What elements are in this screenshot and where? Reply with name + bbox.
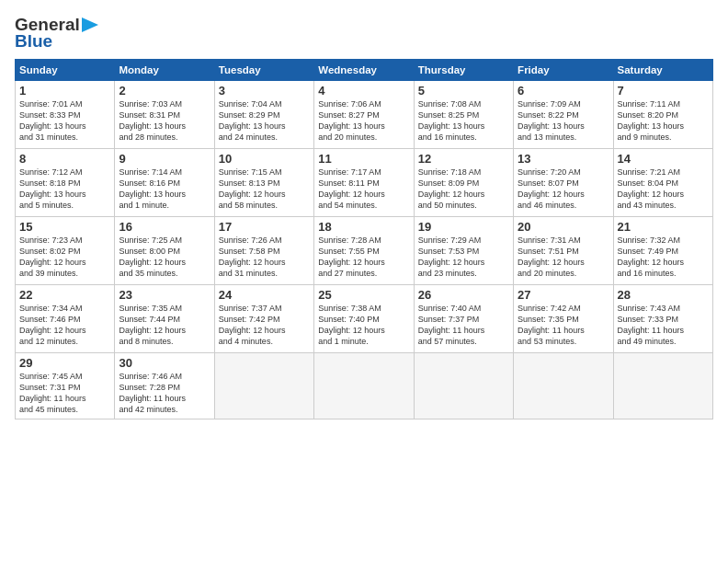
day-number: 14 [618, 152, 709, 166]
day-number: 1 [19, 84, 110, 98]
day-info: Sunrise: 7:38 AM Sunset: 7:40 PM Dayligh… [318, 303, 409, 348]
logo-blue: Blue [15, 31, 52, 52]
day-number: 20 [518, 220, 609, 234]
calendar-cell: 23Sunrise: 7:35 AM Sunset: 7:44 PM Dayli… [115, 285, 214, 353]
day-info: Sunrise: 7:23 AM Sunset: 8:02 PM Dayligh… [19, 235, 110, 280]
header-saturday: Saturday [613, 60, 712, 81]
day-info: Sunrise: 7:31 AM Sunset: 7:51 PM Dayligh… [518, 235, 609, 280]
calendar-cell: 10Sunrise: 7:15 AM Sunset: 8:13 PM Dayli… [214, 149, 313, 217]
day-number: 17 [219, 220, 310, 234]
calendar-cell: 2Sunrise: 7:03 AM Sunset: 8:31 PM Daylig… [115, 81, 214, 149]
day-info: Sunrise: 7:09 AM Sunset: 8:22 PM Dayligh… [518, 98, 609, 144]
calendar-cell: 20Sunrise: 7:31 AM Sunset: 7:51 PM Dayli… [514, 217, 613, 285]
calendar-cell: 6Sunrise: 7:09 AM Sunset: 8:22 PM Daylig… [514, 81, 613, 149]
calendar-cell: 21Sunrise: 7:32 AM Sunset: 7:49 PM Dayli… [613, 217, 712, 285]
day-number: 4 [318, 84, 409, 98]
day-info: Sunrise: 7:18 AM Sunset: 8:09 PM Dayligh… [418, 167, 509, 212]
day-number: 26 [418, 288, 509, 302]
day-info: Sunrise: 7:08 AM Sunset: 8:25 PM Dayligh… [418, 98, 509, 144]
header-tuesday: Tuesday [214, 60, 313, 81]
header-monday: Monday [115, 60, 214, 81]
day-info: Sunrise: 7:21 AM Sunset: 8:04 PM Dayligh… [618, 167, 709, 212]
day-number: 29 [19, 356, 110, 370]
day-info: Sunrise: 7:25 AM Sunset: 8:00 PM Dayligh… [119, 235, 210, 280]
week-row-0: 1Sunrise: 7:01 AM Sunset: 8:33 PM Daylig… [16, 81, 713, 149]
header-wednesday: Wednesday [314, 60, 414, 81]
day-number: 5 [418, 84, 509, 98]
day-number: 25 [318, 288, 409, 302]
day-number: 9 [119, 152, 210, 166]
calendar-cell: 27Sunrise: 7:42 AM Sunset: 7:35 PM Dayli… [514, 285, 613, 353]
calendar-cell: 28Sunrise: 7:43 AM Sunset: 7:33 PM Dayli… [613, 285, 712, 353]
day-info: Sunrise: 7:46 AM Sunset: 7:28 PM Dayligh… [119, 371, 210, 416]
header-thursday: Thursday [414, 60, 513, 81]
day-info: Sunrise: 7:12 AM Sunset: 8:18 PM Dayligh… [19, 167, 110, 212]
day-number: 16 [119, 220, 210, 234]
day-number: 27 [518, 288, 609, 302]
day-info: Sunrise: 7:11 AM Sunset: 8:20 PM Dayligh… [618, 98, 709, 144]
day-number: 2 [119, 84, 210, 98]
day-number: 6 [518, 84, 609, 98]
day-number: 24 [219, 288, 310, 302]
calendar-cell: 14Sunrise: 7:21 AM Sunset: 8:04 PM Dayli… [613, 149, 712, 217]
day-number: 12 [418, 152, 509, 166]
day-info: Sunrise: 7:42 AM Sunset: 7:35 PM Dayligh… [518, 303, 609, 348]
calendar-cell: 24Sunrise: 7:37 AM Sunset: 7:42 PM Dayli… [214, 285, 313, 353]
calendar-cell [314, 353, 414, 419]
day-number: 18 [318, 220, 409, 234]
header-sunday: Sunday [16, 60, 115, 81]
page: General Blue SundayMondayTuesdayWednesda… [0, 0, 728, 563]
day-info: Sunrise: 7:06 AM Sunset: 8:27 PM Dayligh… [318, 98, 409, 144]
day-info: Sunrise: 7:03 AM Sunset: 8:31 PM Dayligh… [119, 98, 210, 144]
day-number: 10 [219, 152, 310, 166]
calendar-table: SundayMondayTuesdayWednesdayThursdayFrid… [15, 59, 713, 419]
day-info: Sunrise: 7:45 AM Sunset: 7:31 PM Dayligh… [19, 371, 110, 416]
header-row: SundayMondayTuesdayWednesdayThursdayFrid… [16, 60, 713, 81]
calendar-cell: 9Sunrise: 7:14 AM Sunset: 8:16 PM Daylig… [115, 149, 214, 217]
calendar-cell [414, 353, 513, 419]
day-info: Sunrise: 7:28 AM Sunset: 7:55 PM Dayligh… [318, 235, 409, 280]
calendar-cell: 29Sunrise: 7:45 AM Sunset: 7:31 PM Dayli… [16, 353, 115, 419]
day-number: 28 [618, 288, 709, 302]
calendar-cell [613, 353, 712, 419]
logo: General Blue [15, 15, 98, 52]
day-info: Sunrise: 7:35 AM Sunset: 7:44 PM Dayligh… [119, 303, 210, 348]
calendar-cell: 8Sunrise: 7:12 AM Sunset: 8:18 PM Daylig… [16, 149, 115, 217]
calendar-cell: 16Sunrise: 7:25 AM Sunset: 8:00 PM Dayli… [115, 217, 214, 285]
day-info: Sunrise: 7:37 AM Sunset: 7:42 PM Dayligh… [219, 303, 310, 348]
day-number: 23 [119, 288, 210, 302]
day-info: Sunrise: 7:26 AM Sunset: 7:58 PM Dayligh… [219, 235, 310, 280]
calendar-cell: 1Sunrise: 7:01 AM Sunset: 8:33 PM Daylig… [16, 81, 115, 149]
day-info: Sunrise: 7:29 AM Sunset: 7:53 PM Dayligh… [418, 235, 509, 280]
day-info: Sunrise: 7:34 AM Sunset: 7:46 PM Dayligh… [19, 303, 110, 348]
logo-arrow-icon [82, 17, 98, 32]
calendar-cell: 15Sunrise: 7:23 AM Sunset: 8:02 PM Dayli… [16, 217, 115, 285]
calendar-cell: 5Sunrise: 7:08 AM Sunset: 8:25 PM Daylig… [414, 81, 513, 149]
week-row-3: 22Sunrise: 7:34 AM Sunset: 7:46 PM Dayli… [16, 285, 713, 353]
calendar-cell: 4Sunrise: 7:06 AM Sunset: 8:27 PM Daylig… [314, 81, 414, 149]
calendar-cell: 25Sunrise: 7:38 AM Sunset: 7:40 PM Dayli… [314, 285, 414, 353]
day-number: 8 [19, 152, 110, 166]
calendar-cell: 19Sunrise: 7:29 AM Sunset: 7:53 PM Dayli… [414, 217, 513, 285]
calendar-cell: 18Sunrise: 7:28 AM Sunset: 7:55 PM Dayli… [314, 217, 414, 285]
day-number: 11 [318, 152, 409, 166]
day-number: 13 [518, 152, 609, 166]
day-number: 19 [418, 220, 509, 234]
calendar-cell: 22Sunrise: 7:34 AM Sunset: 7:46 PM Dayli… [16, 285, 115, 353]
day-info: Sunrise: 7:32 AM Sunset: 7:49 PM Dayligh… [618, 235, 709, 280]
calendar-cell [514, 353, 613, 419]
calendar-cell: 30Sunrise: 7:46 AM Sunset: 7:28 PM Dayli… [115, 353, 214, 419]
day-number: 7 [618, 84, 709, 98]
day-info: Sunrise: 7:40 AM Sunset: 7:37 PM Dayligh… [418, 303, 509, 348]
day-info: Sunrise: 7:04 AM Sunset: 8:29 PM Dayligh… [219, 98, 310, 144]
week-row-1: 8Sunrise: 7:12 AM Sunset: 8:18 PM Daylig… [16, 149, 713, 217]
calendar-cell: 7Sunrise: 7:11 AM Sunset: 8:20 PM Daylig… [613, 81, 712, 149]
week-row-4: 29Sunrise: 7:45 AM Sunset: 7:31 PM Dayli… [16, 353, 713, 419]
calendar-cell: 12Sunrise: 7:18 AM Sunset: 8:09 PM Dayli… [414, 149, 513, 217]
week-row-2: 15Sunrise: 7:23 AM Sunset: 8:02 PM Dayli… [16, 217, 713, 285]
day-info: Sunrise: 7:14 AM Sunset: 8:16 PM Dayligh… [119, 167, 210, 212]
header-friday: Friday [514, 60, 613, 81]
day-number: 21 [618, 220, 709, 234]
day-number: 3 [219, 84, 310, 98]
day-number: 30 [119, 356, 210, 370]
